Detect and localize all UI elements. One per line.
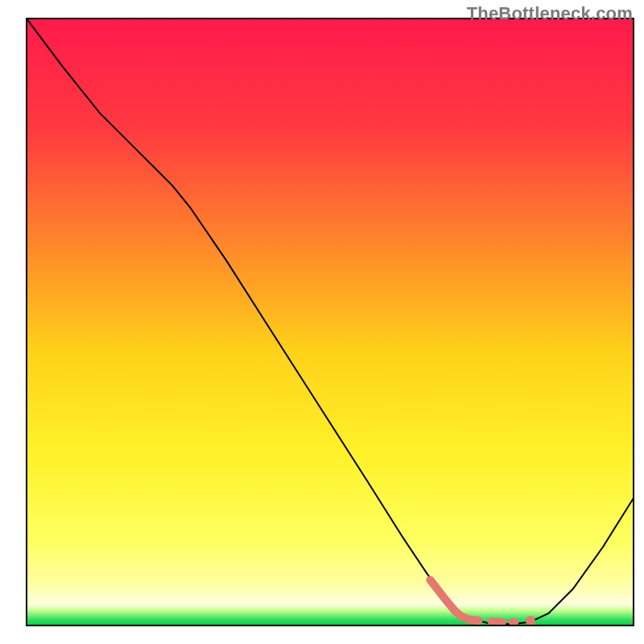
chart-container: TheBottleneck.com	[0, 0, 644, 644]
bottleneck-chart	[0, 0, 644, 644]
bottom-dash-segments	[491, 621, 515, 622]
svg-line-1	[491, 621, 503, 622]
gradient-background	[27, 19, 634, 625]
watermark-text: TheBottleneck.com	[467, 3, 633, 24]
series-end-dot	[526, 616, 535, 625]
